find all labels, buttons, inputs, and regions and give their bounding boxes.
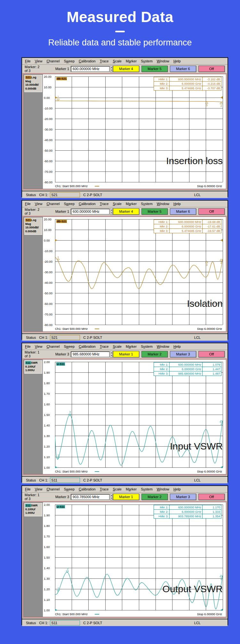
off-button[interactable]: Off [198,208,225,215]
menu-item-view[interactable]: View [35,59,43,63]
marker-field-label: Marker 1 [55,210,69,213]
menu-item-view[interactable]: View [35,202,43,206]
vna-window-insertion-loss: FileViewChannelSweepCalibrationTraceScal… [21,57,228,197]
menu-item-sweep[interactable]: Sweep [64,345,75,348]
stepper-up-icon[interactable]: ▲ [110,66,113,69]
stop-frequency-label: Stop 6.00000 GHz [197,612,222,616]
marker-3-button[interactable]: Marker 3 [170,351,196,357]
menu-item-scale[interactable]: Scale [113,202,122,206]
marker-6-button[interactable]: Marker 6 [170,66,196,72]
measurement-area: S11SWR 0.100U/ 1.000U U-S11 Mkr 1: 600.0… [23,359,227,475]
trace-legend-dash [95,329,99,329]
menu-item-calibration[interactable]: Calibration [79,59,96,63]
measurement-area: S21Log Mag 10.000dB/ 0.000dB dB-S21 >Mkr… [23,216,227,332]
stepper-up-icon[interactable]: ▲ [110,494,113,497]
menu-item-file[interactable]: File [25,345,31,348]
menu-item-sweep[interactable]: Sweep [64,59,75,63]
menu-item-marker[interactable]: Marker [126,487,137,491]
stepper-down-icon[interactable]: ▼ [110,69,113,72]
stepper-up-icon[interactable]: ▲ [110,351,113,354]
stepper-up-icon[interactable]: ▲ [110,209,113,212]
y-axis-label: 1.90 [44,371,50,374]
menu-item-scale[interactable]: Scale [113,345,122,348]
off-button[interactable]: Off [198,66,225,72]
menu-item-marker[interactable]: Marker [126,345,137,348]
stepper-down-icon[interactable]: ▼ [110,354,113,357]
menu-item-channel[interactable]: Channel [46,487,60,491]
menu-item-channel[interactable]: Channel [46,202,60,206]
menu-item-file[interactable]: File [25,202,31,206]
y-axis-label: 1.20 [44,587,50,591]
menu-item-system[interactable]: System [141,487,153,491]
y-axis-label: 1.00 [44,608,50,612]
y-axis-label: 1.30 [44,577,50,580]
marker-2-button[interactable]: Marker 2 [141,494,168,500]
menu-item-trace[interactable]: Trace [100,345,109,348]
marker-2-button[interactable]: Marker 2 [141,351,168,357]
svg-text:2: 2 [220,261,222,264]
stepper-down-icon[interactable]: ▼ [110,211,113,215]
marker-frequency-input[interactable] [71,66,110,72]
marker-frequency-input[interactable] [71,351,110,357]
menu-item-marker[interactable]: Marker [126,202,137,206]
svg-text:1: 1 [58,256,59,259]
marker-4-button[interactable]: Marker 4 [113,66,139,72]
menu-item-window[interactable]: Window [157,202,169,206]
plot-trace-badge: dB-S21 [56,220,67,223]
stepper-down-icon[interactable]: ▼ [110,497,113,500]
marker-4-button[interactable]: Marker 4 [113,208,139,215]
menu-item-trace[interactable]: Trace [100,487,109,491]
marker-5-button[interactable]: Marker 5 [141,66,168,72]
menu-item-scale[interactable]: Scale [113,59,122,63]
trace-info-chip: S21Log Mag 10.000dB/ 0.000dB [24,75,42,92]
menu-item-view[interactable]: View [35,487,43,491]
menu-item-channel[interactable]: Channel [46,59,60,63]
menu-item-file[interactable]: File [25,59,31,63]
marker-5-button[interactable]: Marker 5 [141,208,168,215]
menu-item-marker[interactable]: Marker [126,59,137,63]
menu-item-window[interactable]: Window [157,345,169,348]
menu-item-help[interactable]: Help [173,59,181,63]
menu-item-calibration[interactable]: Calibration [79,202,96,206]
frequency-stepper[interactable]: ▲ ▼ [110,66,113,72]
menu-item-system[interactable]: System [141,59,153,63]
marker-1-button[interactable]: Marker 1 [113,351,139,357]
marker-frequency: 6.000000 GHz [170,510,203,514]
trace-name-badge: S21 [25,76,31,79]
menu-item-trace[interactable]: Trace [100,59,109,63]
menu-item-help[interactable]: Help [173,345,181,348]
menu-item-file[interactable]: File [25,487,31,491]
menu-item-window[interactable]: Window [157,487,169,491]
menu-item-scale[interactable]: Scale [113,487,122,491]
svg-text:1: 1 [58,587,59,590]
menu-item-sweep[interactable]: Sweep [64,487,75,491]
menu-item-system[interactable]: System [141,202,153,206]
marker-frequency: 6.000000 GHz [170,224,203,229]
frequency-stepper[interactable]: ▲ ▼ [110,351,113,358]
y-axis-label: -10.00 [44,107,52,110]
y-axis-label: 1.70 [44,535,50,538]
trace-ref-label: 0.000dB [25,230,41,234]
plot-area: dB-S21 >Mkr 1: 600.000000 MHz -19.68 dB … [43,217,226,331]
y-axis-label: 1.50 [44,413,50,417]
marker-6-button[interactable]: Marker 6 [170,208,196,215]
marker-1-button[interactable]: Marker 1 [113,494,139,500]
menu-item-system[interactable]: System [141,345,153,348]
menu-item-trace[interactable]: Trace [100,202,109,206]
off-button[interactable]: Off [198,494,225,500]
menu-item-help[interactable]: Help [173,202,181,206]
menu-item-channel[interactable]: Channel [46,345,60,348]
menu-item-help[interactable]: Help [173,487,181,491]
menu-item-calibration[interactable]: Calibration [79,345,96,348]
frequency-stepper[interactable]: ▲ ▼ [110,208,113,215]
marker-frequency-input[interactable] [71,209,110,215]
marker-frequency-input[interactable] [71,494,110,500]
menu-item-sweep[interactable]: Sweep [64,202,75,206]
menu-item-calibration[interactable]: Calibration [79,487,96,491]
menu-item-window[interactable]: Window [157,59,169,63]
marker-3-button[interactable]: Marker 3 [170,494,196,500]
frequency-stepper[interactable]: ▲ ▼ [110,494,113,500]
off-button[interactable]: Off [198,351,225,357]
menu-item-view[interactable]: View [35,345,43,348]
plot-annotation: Isolation [187,298,223,309]
